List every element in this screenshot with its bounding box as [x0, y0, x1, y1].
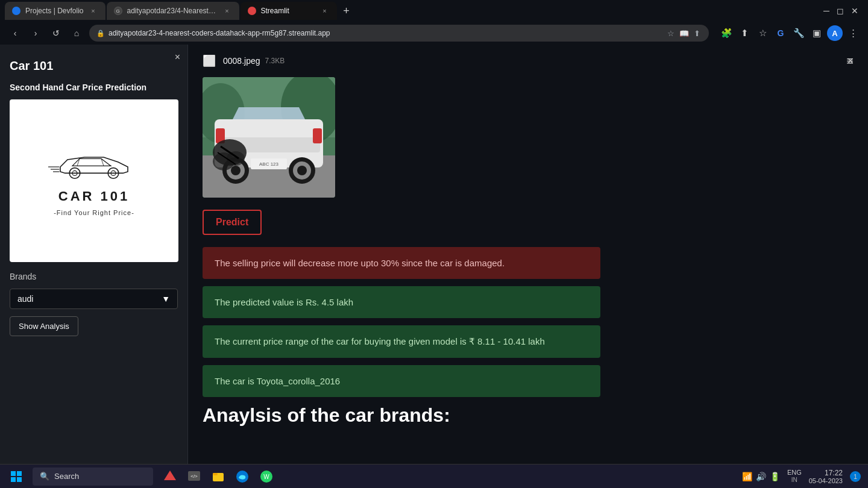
google-icon[interactable]: G	[773, 25, 788, 41]
sidebar-toggle-icon[interactable]: ▣	[809, 25, 825, 41]
taskbar-icon-explorer[interactable]	[209, 467, 228, 486]
share-icon[interactable]: ⬆	[693, 28, 702, 39]
close-window-icon[interactable]: ✕	[851, 6, 858, 16]
tab-github[interactable]: G adityapotdar23/4-Nearest-Code... ×	[107, 2, 239, 20]
time-date-display: 17:22 05-04-2023	[809, 469, 843, 484]
sidebar-close-button[interactable]: ×	[175, 52, 180, 63]
svg-point-27	[297, 166, 307, 175]
taskbar-icon-streamlit[interactable]	[160, 467, 180, 486]
home-button[interactable]: ⌂	[69, 25, 84, 41]
file-size: 7.3KB	[265, 57, 285, 65]
reload-button[interactable]: ↺	[48, 25, 64, 41]
volume-icon: 🔊	[756, 472, 766, 481]
address-bar-row: ‹ › ↺ ⌂ 🔒 adityapotdar23-4-nearest-coder…	[0, 22, 868, 45]
result-box-3: The current price range of the car for b…	[203, 325, 600, 358]
svg-rect-41	[213, 473, 218, 475]
extension2-icon[interactable]: 🔧	[791, 25, 807, 41]
svg-text:ABC 123: ABC 123	[259, 161, 279, 167]
file-icon: ⬜	[203, 54, 216, 67]
svg-rect-34	[17, 471, 22, 476]
sidebar-logo-box: CAR 101 -Find Your Right Price-	[10, 99, 178, 262]
car-logo-svg	[46, 145, 142, 184]
taskbar-app-icons: </> W	[160, 467, 276, 486]
time-display: 17:22	[809, 469, 843, 477]
svg-rect-36	[17, 477, 22, 482]
tab-projects[interactable]: Projects | Devfolio ×	[5, 2, 105, 20]
profile-button[interactable]: A	[827, 25, 843, 41]
brands-label: Brands	[10, 272, 178, 281]
bookmark-star-icon[interactable]: ☆	[666, 28, 676, 39]
more-options-icon[interactable]: ⋮	[845, 25, 861, 41]
date-display: 05-04-2023	[809, 477, 843, 484]
main-content: ≡ ⬜ 0008.jpeg 7.3KB ×	[188, 45, 868, 464]
app-subtitle: Second Hand Car Price Prediction	[10, 83, 178, 92]
tab-bar-controls: ─ ◻ ✕	[823, 6, 863, 16]
address-bar[interactable]: 🔒 adityapotdar23-4-nearest-coders-dataha…	[89, 25, 709, 42]
tab-title-projects: Projects | Devfolio	[25, 7, 84, 15]
new-tab-button[interactable]: +	[338, 2, 355, 19]
taskbar-search-icon: 🔍	[40, 472, 49, 481]
car-image-container: ABC 123	[203, 77, 335, 198]
hamburger-menu-icon[interactable]: ≡	[846, 54, 854, 68]
svg-point-24	[231, 166, 241, 175]
result-text-2: The predicted value is Rs. 4.5 lakh	[215, 297, 353, 307]
back-button[interactable]: ‹	[7, 25, 23, 41]
taskbar-icon-edge[interactable]	[233, 467, 252, 486]
reader-icon[interactable]: 📖	[678, 28, 690, 39]
minimize-icon[interactable]: ─	[823, 6, 829, 16]
tab-streamlit[interactable]: Streamlit ×	[241, 2, 337, 20]
tab-close-github[interactable]: ×	[222, 6, 232, 16]
svg-point-30	[227, 151, 245, 166]
browser-chrome: Projects | Devfolio × G adityapotdar23/4…	[0, 0, 868, 45]
file-header: ⬜ 0008.jpeg 7.3KB ×	[203, 54, 854, 67]
car-damage-image: ABC 123	[203, 77, 335, 198]
file-name: 0008.jpeg	[223, 56, 260, 66]
svg-rect-35	[11, 477, 16, 482]
svg-rect-33	[11, 471, 16, 476]
result-box-1: The selling price will decrease more upt…	[203, 247, 600, 279]
network-icon: 📶	[742, 472, 752, 481]
sidebar: × Car 101 Second Hand Car Price Predicti…	[0, 45, 188, 464]
tab-icon-projects	[12, 7, 20, 15]
tab-icon-streamlit	[248, 7, 256, 15]
notification-badge[interactable]: 1	[850, 471, 861, 482]
start-button[interactable]	[7, 468, 25, 486]
forward-button[interactable]: ›	[28, 25, 43, 41]
battery-icon: 🔋	[770, 472, 780, 481]
tab-close-projects[interactable]: ×	[89, 6, 98, 16]
result-box-4: The car is Toyota_corolla_2016	[203, 365, 600, 397]
taskbar-icon-whatsapp[interactable]: W	[257, 467, 276, 486]
analysis-heading: Anaylsis of the car brands:	[203, 404, 854, 427]
favorites-icon[interactable]: ☆	[755, 25, 770, 41]
brands-select[interactable]: audi ▼	[10, 289, 178, 309]
file-info: 0008.jpeg 7.3KB	[223, 56, 285, 66]
taskbar-sys-icons: 📶 🔊 🔋	[742, 472, 780, 481]
logo-text: CAR 101	[58, 189, 130, 204]
share-tab-icon[interactable]: ⬆	[737, 25, 752, 41]
region-text: IN	[787, 477, 802, 484]
app-title: Car 101	[10, 59, 178, 73]
taskbar-search-text: Search	[54, 472, 79, 481]
taskbar-right: 📶 🔊 🔋 ENG IN 17:22 05-04-2023 1	[742, 469, 861, 484]
restore-icon[interactable]: ◻	[837, 6, 844, 16]
extensions-icon[interactable]: 🧩	[719, 25, 734, 41]
result-box-2: The predicted value is Rs. 4.5 lakh	[203, 286, 600, 318]
svg-text:</>: </>	[190, 474, 198, 479]
dropdown-arrow-icon: ▼	[162, 294, 170, 304]
tab-close-streamlit[interactable]: ×	[320, 6, 330, 16]
taskbar: 🔍 Search </> W 📶 🔊 🔋 ENG IN	[0, 464, 868, 488]
result-text-1: The selling price will decrease more upt…	[215, 258, 505, 268]
svg-text:G: G	[116, 8, 119, 14]
predict-button[interactable]: Predict	[203, 210, 262, 235]
tab-bar: Projects | Devfolio × G adityapotdar23/4…	[0, 0, 868, 22]
taskbar-search-box[interactable]: 🔍 Search	[33, 468, 153, 486]
tab-icon-github: G	[114, 7, 122, 15]
brands-selected-value: audi	[17, 294, 33, 304]
svg-text:W: W	[263, 474, 269, 480]
show-analysis-button[interactable]: Show Analysis	[10, 316, 78, 336]
lock-icon: 🔒	[96, 30, 105, 37]
tab-title-github: adityapotdar23/4-Nearest-Code...	[127, 7, 218, 15]
taskbar-icon-devtools[interactable]: </>	[184, 467, 204, 486]
language-indicator: ENG IN	[787, 469, 802, 484]
browser-right-icons: 🧩 ⬆ ☆ G 🔧 ▣ A ⋮	[714, 25, 861, 41]
